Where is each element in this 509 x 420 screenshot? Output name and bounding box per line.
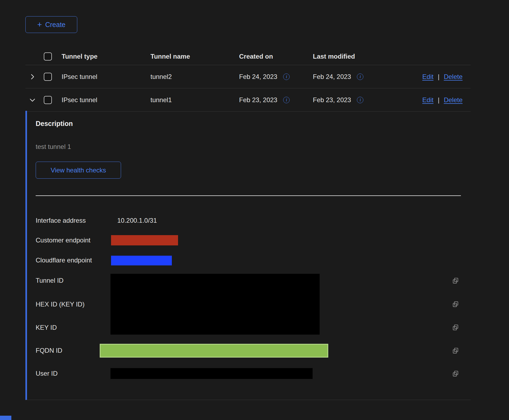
action-separator: | [438, 96, 439, 104]
collapse-chevron-down-icon[interactable] [29, 96, 36, 104]
delete-link[interactable]: Delete [444, 96, 463, 104]
info-icon[interactable]: i [283, 97, 290, 103]
row-checkbox[interactable] [44, 73, 52, 81]
copy-icon [452, 301, 459, 308]
copy-fqdn-id-button[interactable] [452, 347, 459, 355]
cell-created-on: Feb 23, 2023 [239, 96, 277, 104]
cell-tunnel-name: tunnel1 [150, 96, 239, 104]
fqdn-id-label: FQDN ID [36, 347, 62, 354]
hex-id-label: HEX ID (KEY ID) [36, 301, 85, 308]
interface-address-value: 10.200.1.0/31 [117, 217, 157, 224]
copy-user-id-button[interactable] [452, 370, 459, 378]
key-id-label: KEY ID [36, 324, 57, 331]
cell-last-modified: Feb 24, 2023 [313, 73, 351, 81]
create-button[interactable]: + Create [25, 16, 77, 33]
cell-tunnel-name: tunnel2 [150, 73, 239, 81]
copy-key-id-button[interactable] [452, 324, 459, 331]
copy-hex-id-button[interactable] [452, 301, 459, 308]
cell-last-modified: Feb 23, 2023 [313, 96, 351, 104]
tunnels-table: Tunnel type Tunnel name Created on Last … [25, 48, 471, 112]
tunnel-id-label: Tunnel ID [36, 277, 63, 284]
delete-link[interactable]: Delete [444, 73, 463, 81]
interface-address-label: Interface address [36, 217, 86, 224]
user-id-label: User ID [36, 370, 58, 377]
header-tunnel-type: Tunnel type [62, 53, 150, 60]
ids-redacted-block [110, 274, 320, 335]
table-row-tunnel2: IPsec tunnel tunnel2 Feb 24, 2023 i Feb … [25, 65, 471, 88]
plus-icon: + [37, 21, 42, 29]
table-header-row: Tunnel type Tunnel name Created on Last … [25, 48, 471, 65]
select-all-checkbox[interactable] [44, 52, 52, 61]
copy-icon [452, 370, 459, 378]
info-icon[interactable]: i [283, 74, 290, 80]
table-row-tunnel1: IPsec tunnel tunnel1 Feb 23, 2023 i Feb … [25, 88, 471, 112]
tunnels-page: + Create Tunnel type Tunnel name Created… [0, 0, 509, 420]
header-last-modified: Last modified [313, 53, 389, 60]
cell-tunnel-type: IPsec tunnel [62, 73, 150, 81]
action-separator: | [438, 73, 439, 81]
row-checkbox[interactable] [44, 96, 52, 104]
customer-endpoint-label: Customer endpoint [36, 236, 91, 244]
cloudflare-endpoint-label: Cloudflare endpoint [36, 256, 92, 264]
tunnel-detail-panel: Description test tunnel 1 View health ch… [25, 111, 471, 400]
edit-link[interactable]: Edit [422, 73, 433, 81]
header-tunnel-name: Tunnel name [150, 53, 239, 60]
cloudflare-endpoint-redacted-value [111, 256, 172, 265]
fqdn-id-redacted-value [100, 344, 328, 358]
edit-link[interactable]: Edit [422, 96, 433, 104]
copy-icon [452, 324, 459, 331]
info-icon[interactable]: i [357, 97, 363, 103]
header-created-on: Created on [239, 53, 313, 60]
description-value: test tunnel 1 [36, 143, 71, 151]
copy-tunnel-id-button[interactable] [452, 277, 459, 285]
cell-tunnel-type: IPsec tunnel [62, 96, 150, 104]
copy-icon [452, 347, 459, 355]
copy-icon [452, 277, 459, 285]
customer-endpoint-redacted-value [111, 235, 178, 245]
offscreen-element-fragment [0, 416, 11, 420]
create-button-label: Create [45, 21, 65, 29]
section-divider [36, 195, 461, 196]
cell-created-on: Feb 24, 2023 [239, 73, 277, 81]
info-icon[interactable]: i [357, 74, 363, 80]
description-label: Description [36, 120, 73, 128]
user-id-redacted-value [110, 368, 313, 379]
view-health-checks-button[interactable]: View health checks [36, 162, 121, 179]
expand-chevron-right-icon[interactable] [29, 73, 36, 81]
